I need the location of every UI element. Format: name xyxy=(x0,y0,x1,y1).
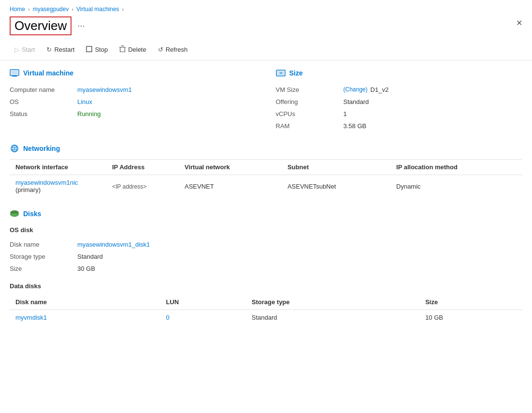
full-ip-alloc-cell: Dynamic xyxy=(390,175,522,198)
networking-full-row: myasewindowsvm1nic (primary) <IP address… xyxy=(10,175,522,198)
data-disks-table: Disk name LUN Storage type Size myvmdisk… xyxy=(10,295,522,325)
ram-value: 3.58 GB xyxy=(344,122,367,130)
networking-icon xyxy=(10,144,19,153)
refresh-button[interactable]: ↺ Refresh xyxy=(153,44,193,56)
data-disks-header: Disk name LUN Storage type Size xyxy=(10,295,522,310)
breadcrumb-virtual-machines[interactable]: Virtual machines xyxy=(76,6,119,13)
size-section-header: ⊞ Size xyxy=(276,68,523,78)
os-disk-table: Disk name myasewindowsvm1_disk1 Storage … xyxy=(10,238,522,275)
networking-section-title: Networking xyxy=(23,145,60,152)
breadcrumb-sep-3: › xyxy=(122,6,124,12)
full-nic-name-link[interactable]: myasewindowsvm1nic xyxy=(15,179,78,186)
disks-section-title: Disks xyxy=(23,210,41,218)
stop-button[interactable]: Stop xyxy=(81,44,113,56)
offering-row: Offering Standard xyxy=(276,96,523,108)
breadcrumb-sep-1: › xyxy=(28,6,30,12)
svg-rect-1 xyxy=(119,47,126,47)
delete-button[interactable]: Delete xyxy=(115,43,151,56)
full-col-ip: IP Address xyxy=(106,160,179,175)
os-value[interactable]: Linux xyxy=(77,98,92,105)
ram-label: RAM xyxy=(276,122,344,130)
size-column: ⊞ Size VM Size (Change) D1_v2 Offering S… xyxy=(276,68,523,132)
stop-label: Stop xyxy=(95,46,108,53)
start-label: Start xyxy=(22,46,35,53)
full-col-subnet: Subnet xyxy=(282,160,390,175)
vmsize-change-link[interactable]: (Change) xyxy=(344,86,368,93)
col-disk-name: Disk name xyxy=(10,295,160,310)
page-container: Home › myasegpudev › Virtual machines › … xyxy=(0,0,532,413)
networking-full-table: Network interface IP Address Virtual net… xyxy=(10,159,522,197)
close-button[interactable]: ✕ xyxy=(516,18,522,28)
full-ip-value: <IP address> xyxy=(112,183,146,190)
vm-column: Virtual machine Computer name myasewindo… xyxy=(10,68,257,132)
data-disks-subtitle: Data disks xyxy=(10,282,522,290)
networking-full-header: Network interface IP Address Virtual net… xyxy=(10,160,522,175)
size-details-table: VM Size (Change) D1_v2 Offering Standard… xyxy=(276,84,523,132)
disk-size-label: Size xyxy=(10,265,77,272)
breadcrumb: Home › myasegpudev › Virtual machines › xyxy=(0,0,532,15)
svg-rect-3 xyxy=(120,48,120,52)
data-disk-storage-type-cell: Standard xyxy=(246,310,419,325)
refresh-label: Refresh xyxy=(166,46,188,53)
vcpus-row: vCPUs 1 xyxy=(276,108,523,120)
start-button[interactable]: ▷ Start xyxy=(10,44,40,56)
vm-details-table: Computer name myasewindowsvm1 OS Linux S… xyxy=(10,84,257,120)
disk-name-row: Disk name myasewindowsvm1_disk1 xyxy=(10,238,522,251)
networking-section: Networking Network interface IP Address … xyxy=(10,144,522,197)
svg-rect-9 xyxy=(12,76,17,77)
full-col-nic: Network interface xyxy=(10,160,106,175)
svg-text:⊞: ⊞ xyxy=(279,72,282,74)
restart-icon: ↺ xyxy=(46,46,52,53)
os-disk-subtitle: OS disk xyxy=(10,226,522,234)
breadcrumb-home[interactable]: Home xyxy=(10,6,25,13)
networking-section-header: Networking xyxy=(10,144,522,153)
size-icon: ⊞ xyxy=(276,68,286,78)
more-options-icon[interactable]: ··· xyxy=(77,21,85,31)
storage-type-row: Storage type Standard xyxy=(10,251,522,263)
data-disk-lun-cell: 0 xyxy=(160,310,245,325)
vcpus-value: 1 xyxy=(344,110,347,118)
stop-icon xyxy=(86,46,92,54)
main-content: Virtual machine Computer name myasewindo… xyxy=(0,68,532,325)
disk-name-value[interactable]: myasewindowsvm1_disk1 xyxy=(77,241,150,248)
page-header: Overview ··· ✕ xyxy=(0,15,532,39)
disk-name-label: Disk name xyxy=(10,241,77,248)
disks-section-header: Disks xyxy=(10,209,522,219)
size-section-title: Size xyxy=(289,69,303,77)
svg-point-19 xyxy=(11,213,18,217)
delete-label: Delete xyxy=(128,46,146,53)
restart-label: Restart xyxy=(54,46,74,53)
vm-size-section: Virtual machine Computer name myasewindo… xyxy=(10,68,522,132)
page-title: Overview xyxy=(10,16,72,35)
full-subnet-cell: ASEVNETsubNet xyxy=(282,175,390,198)
data-disk-name-link[interactable]: myvmdisk1 xyxy=(15,314,47,321)
status-value: Running xyxy=(77,110,101,118)
computer-name-value[interactable]: myasewindowsvm1 xyxy=(77,86,132,93)
data-disk-name-cell: myvmdisk1 xyxy=(10,310,160,325)
full-nic-primary: (primary) xyxy=(15,186,41,193)
disks-icon xyxy=(10,209,19,219)
breadcrumb-resource-group[interactable]: myasegpudev xyxy=(33,6,69,13)
data-disk-lun-value[interactable]: 0 xyxy=(166,314,169,321)
vmsize-label: VM Size xyxy=(276,86,344,93)
offering-label: Offering xyxy=(276,98,344,105)
vmsize-row: VM Size (Change) D1_v2 xyxy=(276,84,523,96)
ram-row: RAM 3.58 GB xyxy=(276,120,523,132)
vm-section-title: Virtual machine xyxy=(23,69,73,77)
col-size: Size xyxy=(419,295,522,310)
storage-type-value: Standard xyxy=(77,253,103,260)
full-col-ip-alloc: IP allocation method xyxy=(390,160,522,175)
computer-name-label: Computer name xyxy=(10,86,77,93)
col-storage-type: Storage type xyxy=(246,295,419,310)
col-lun: LUN xyxy=(160,295,245,310)
restart-button[interactable]: ↺ Restart xyxy=(42,44,79,56)
svg-rect-8 xyxy=(13,75,16,76)
vm-icon xyxy=(10,68,19,78)
os-label: OS xyxy=(10,98,77,105)
vmsize-value: D1_v2 xyxy=(371,86,389,93)
svg-rect-7 xyxy=(11,71,18,74)
start-icon: ▷ xyxy=(14,46,19,53)
full-vnet-cell: ASEVNET xyxy=(179,175,282,198)
vcpus-label: vCPUs xyxy=(276,110,344,118)
computer-name-row: Computer name myasewindowsvm1 xyxy=(10,84,257,96)
